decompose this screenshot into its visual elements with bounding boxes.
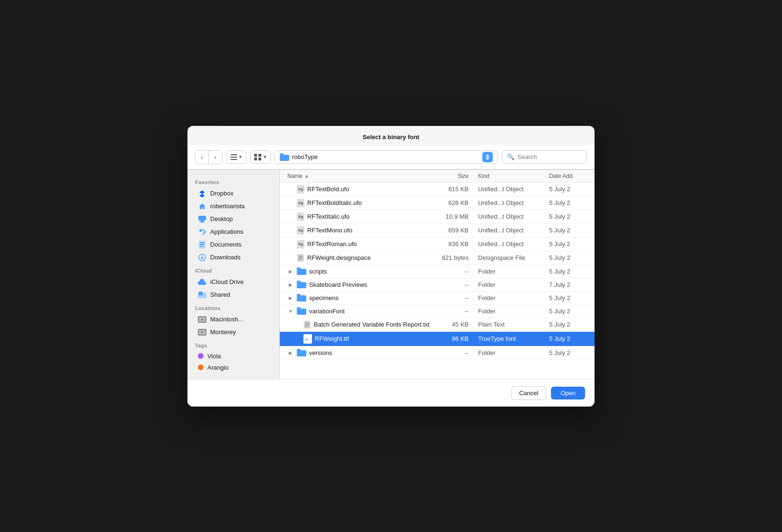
table-row[interactable]: ▼ variationFont -- Folder 5 July 2 (280, 305, 595, 318)
file-date: 7 July 2 (549, 281, 587, 288)
file-name-cell: ▶ scripts (287, 267, 431, 275)
table-row[interactable]: Ag RFTextRoman.ufo 836 KB Unified...t Ob… (280, 238, 595, 251)
file-name: Skateboard Previews (309, 281, 367, 288)
sidebar: Favorites Dropbox robertoarista (187, 170, 280, 379)
sidebar-item-monterey[interactable]: Monterey (190, 326, 276, 338)
sidebar-item-icloud-drive[interactable]: iCloud Drive (190, 276, 276, 288)
col-name-header[interactable]: Name ▲ (287, 173, 431, 179)
sidebar-item-viola[interactable]: Viola (190, 351, 276, 362)
file-name: RFTextItalic.ufo (307, 213, 350, 220)
sidebar-item-macintosh[interactable]: Macintosh... (190, 313, 276, 326)
location-bar[interactable]: roboType (275, 151, 498, 164)
svg-point-16 (199, 229, 202, 232)
sidebar-item-label: Monterey (210, 328, 236, 336)
file-date: 5 July 2 (549, 335, 587, 342)
col-size-header[interactable]: Size (431, 173, 478, 179)
svg-rect-13 (198, 216, 206, 221)
expand-chevron[interactable]: ▶ (287, 294, 294, 301)
forward-button[interactable]: › (209, 151, 222, 164)
col-date-header[interactable]: Date Add (549, 173, 587, 179)
sidebar-item-robertoarista[interactable]: robertoarista (190, 200, 276, 213)
expand-chevron[interactable]: ▶ (287, 349, 294, 356)
sidebar-item-desktop[interactable]: Desktop (190, 213, 276, 225)
svg-text:A: A (305, 337, 308, 342)
sidebar-item-downloads[interactable]: Downloads (190, 251, 276, 264)
table-row[interactable]: Ag RFTextMono.ufo 659 KB Unified...t Obj… (280, 224, 595, 238)
dropbox-icon (198, 189, 206, 198)
file-kind: Plain Text (478, 321, 549, 328)
favorites-label: Favorites (187, 176, 279, 187)
location-arrows-button[interactable] (482, 152, 493, 162)
downloads-icon (198, 253, 206, 262)
chevron-down-icon: ▾ (239, 154, 242, 160)
search-bar[interactable]: 🔍 (502, 151, 587, 164)
search-input[interactable] (517, 153, 582, 160)
file-size: 621 bytes (431, 254, 478, 261)
sidebar-item-label: Viola (207, 353, 221, 360)
svg-rect-2 (231, 159, 237, 160)
col-kind-header[interactable]: Kind (478, 173, 549, 179)
cancel-button[interactable]: Cancel (511, 386, 546, 400)
file-date: 5 July 2 (549, 254, 587, 261)
file-name-cell: A RFWeight.ttf (287, 334, 431, 344)
sort-indicator: ▲ (304, 173, 309, 178)
sidebar-item-label: Dropbox (210, 190, 233, 197)
table-row[interactable]: ▶ specimens -- Folder 5 July 2 (280, 292, 595, 305)
ufo-file-icon: Ag (297, 185, 304, 194)
svg-marker-12 (199, 190, 204, 194)
folder-icon (297, 267, 306, 275)
svg-rect-19 (200, 244, 204, 245)
file-date: 5 July 2 (549, 227, 587, 234)
file-picker-dialog: Select a binary font ‹ › ▾ ▾ (187, 126, 595, 407)
file-size: 86 KB (431, 335, 478, 342)
table-row[interactable]: ▶ scripts -- Folder 5 July 2 (280, 265, 595, 278)
grid-view-button[interactable]: ▾ (250, 151, 271, 164)
svg-rect-15 (200, 222, 204, 222)
sidebar-item-applications[interactable]: Applications (190, 226, 276, 238)
file-size: -- (431, 308, 478, 315)
sidebar-item-shared[interactable]: Shared (190, 289, 276, 301)
expand-chevron[interactable]: ▼ (287, 308, 294, 314)
file-size: -- (431, 349, 478, 356)
file-size: -- (431, 294, 478, 301)
svg-point-29 (201, 331, 203, 333)
file-name: variationFont (309, 308, 345, 315)
list-view-button[interactable]: ▾ (226, 151, 246, 164)
file-kind: TrueType font (478, 335, 549, 342)
table-row[interactable]: Ag RFTextBold.ufo 615 KB Unified...t Obj… (280, 183, 595, 196)
file-name: RFTextMono.ufo (307, 227, 352, 234)
table-row[interactable]: A RFWeight.ttf 86 KB TrueType font 5 Jul… (280, 332, 595, 346)
svg-point-26 (201, 319, 203, 320)
expand-chevron[interactable]: ▶ (287, 281, 294, 288)
svg-rect-1 (231, 157, 237, 158)
expand-chevron[interactable]: ▶ (287, 268, 294, 275)
ttf-file-icon: A (303, 334, 312, 344)
file-kind: Folder (478, 349, 549, 356)
sidebar-item-dropbox[interactable]: Dropbox (190, 187, 276, 200)
sidebar-item-label: Shared (210, 291, 230, 298)
drive-icon (198, 328, 206, 337)
file-name-cell: ▶ Skateboard Previews (287, 281, 431, 288)
sidebar-item-label: Arangio (207, 364, 229, 371)
file-name-cell: ▶ versions (287, 349, 431, 356)
file-date: 5 July 2 (549, 321, 587, 328)
file-date: 5 July 2 (549, 308, 587, 315)
ufo-file-icon: Ag (297, 240, 304, 248)
file-name-cell: Ag RFTextRoman.ufo (287, 240, 431, 248)
back-button[interactable]: ‹ (196, 151, 209, 164)
home-icon (198, 202, 206, 211)
table-row[interactable]: RFWeight.designspace 621 bytes Designspa… (280, 251, 595, 265)
sidebar-item-documents[interactable]: Documents (190, 239, 276, 251)
table-row[interactable]: Ag RFTextItalic.ufo 10,9 MB Unified...t … (280, 210, 595, 224)
table-row[interactable]: ▶ Skateboard Previews -- Folder 7 July 2 (280, 278, 595, 292)
file-kind: Unified...t Object (478, 186, 549, 193)
open-button[interactable]: Open (551, 387, 585, 399)
table-row[interactable]: Batch Generated Variable Fonts Report.tx… (280, 318, 595, 332)
sidebar-item-arangio[interactable]: Arangio (190, 362, 276, 373)
svg-rect-4 (258, 154, 261, 157)
table-row[interactable]: Ag RFTextBoldItalic.ufo 626 KB Unified..… (280, 196, 595, 210)
table-row[interactable]: ▶ versions -- Folder 5 July 2 (280, 346, 595, 360)
file-date: 5 July 2 (549, 240, 587, 248)
file-name: scripts (309, 268, 327, 275)
file-name: RFWeight.designspace (307, 254, 371, 261)
